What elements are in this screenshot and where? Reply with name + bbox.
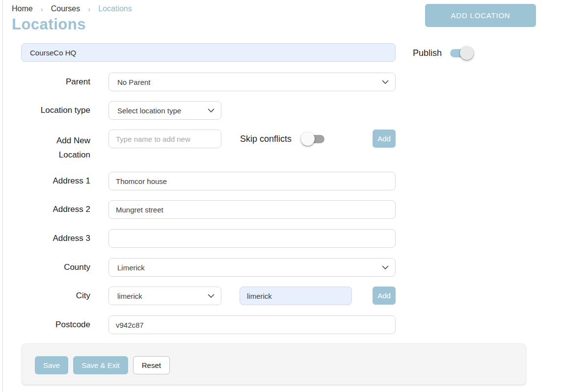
county-select[interactable]: Limerick: [108, 258, 396, 277]
locations-page: Home › Courses › Locations Locations ADD…: [0, 0, 563, 392]
city-add-button[interactable]: Add: [373, 287, 396, 305]
publish-label: Publish: [413, 48, 442, 58]
address-2-input[interactable]: [108, 200, 396, 219]
add-new-location-add-button[interactable]: Add: [373, 130, 396, 148]
parent-select-value: No Parent: [117, 78, 151, 86]
address-2-row: Address 2: [0, 200, 563, 219]
address-3-label: Address 3: [0, 229, 90, 248]
address-2-label: Address 2: [0, 200, 90, 219]
reset-button[interactable]: Reset: [133, 356, 170, 374]
postcode-input[interactable]: [108, 315, 396, 334]
parent-select[interactable]: No Parent: [108, 73, 396, 91]
breadcrumb-separator-icon: ›: [88, 5, 90, 13]
city-label: City: [0, 287, 90, 305]
toggle-knob: [301, 132, 315, 146]
city-new-input[interactable]: [240, 287, 352, 305]
chevron-down-icon: [208, 108, 214, 113]
address-3-row: Address 3: [0, 229, 563, 248]
breadcrumb-locations: Locations: [98, 4, 132, 13]
county-row: County Limerick: [0, 258, 563, 277]
city-row: City limerick Add: [0, 287, 563, 305]
add-new-location-label: Add New Location: [0, 130, 90, 148]
add-new-location-input[interactable]: [108, 130, 221, 148]
breadcrumb-home[interactable]: Home: [12, 4, 33, 13]
toggle-knob: [460, 46, 474, 60]
chevron-down-icon: [382, 265, 389, 270]
city-select[interactable]: limerick: [108, 287, 221, 305]
parent-label: Parent: [0, 73, 90, 91]
location-type-select-value: Select location type: [117, 106, 181, 115]
save-button[interactable]: Save: [35, 356, 68, 374]
county-select-value: Limerick: [117, 263, 145, 272]
location-type-select[interactable]: Select location type: [108, 101, 221, 120]
address-1-label: Address 1: [0, 172, 90, 190]
publish-toggle[interactable]: [449, 46, 472, 60]
postcode-label: Postcode: [0, 315, 90, 334]
action-bar: Save Save & Exit Reset: [22, 343, 526, 385]
parent-row: Parent No Parent: [0, 73, 563, 91]
address-1-input[interactable]: [108, 172, 396, 190]
breadcrumb-separator-icon: ›: [41, 5, 43, 13]
add-new-location-row: Add New Location Skip conflicts Add: [0, 130, 563, 148]
skip-conflicts-toggle[interactable]: [302, 132, 325, 146]
address-3-input[interactable]: [108, 229, 396, 248]
location-type-label: Location type: [0, 101, 90, 120]
location-name-input[interactable]: [21, 43, 396, 62]
breadcrumb: Home › Courses › Locations: [12, 4, 132, 13]
action-buttons: Save Save & Exit Reset: [35, 356, 170, 374]
add-location-button[interactable]: ADD LOCATION: [425, 4, 536, 27]
page-title: Locations: [12, 16, 86, 33]
location-type-row: Location type Select location type: [0, 101, 563, 120]
publish-row: Publish: [413, 46, 472, 60]
skip-conflicts-label: Skip conflicts: [240, 130, 292, 148]
chevron-down-icon: [208, 294, 214, 298]
postcode-row: Postcode: [0, 315, 563, 334]
address-1-row: Address 1: [0, 172, 563, 190]
breadcrumb-courses[interactable]: Courses: [51, 4, 80, 13]
county-label: County: [0, 258, 90, 277]
save-and-exit-button[interactable]: Save & Exit: [73, 356, 128, 374]
city-select-value: limerick: [117, 292, 142, 300]
chevron-down-icon: [382, 80, 389, 84]
